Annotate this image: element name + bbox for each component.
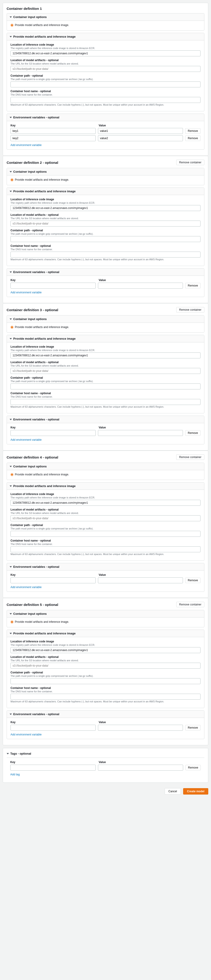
remove-env-var-button-2-0[interactable]: Remove bbox=[185, 283, 200, 288]
env-val-input-5-0[interactable] bbox=[98, 725, 183, 731]
remove-tag-button-0[interactable]: Remove bbox=[185, 765, 201, 770]
input-options-header-2[interactable]: Container input options bbox=[7, 168, 204, 175]
tag-row-0: Remove bbox=[10, 765, 201, 771]
create-model-button[interactable]: Create model bbox=[183, 788, 208, 795]
input-options-header-3[interactable]: Container input options bbox=[7, 315, 204, 323]
env-key-col-label-3: Key bbox=[11, 426, 96, 429]
tags-expand-icon bbox=[6, 753, 9, 754]
container-path-input-1[interactable] bbox=[11, 81, 200, 88]
artifacts-subsection-header-5[interactable]: Provide model artifacts and inference im… bbox=[7, 630, 204, 637]
inference-image-input-4[interactable] bbox=[11, 500, 200, 506]
artifacts-subsection-header-3[interactable]: Provide model artifacts and inference im… bbox=[7, 335, 204, 342]
remove-container-button-3[interactable]: Remove container bbox=[176, 307, 205, 312]
env-vars-header-1[interactable]: Environment variables - optional bbox=[7, 114, 204, 121]
container-path-input-4[interactable] bbox=[11, 531, 200, 537]
radio-provide-artifacts-1[interactable] bbox=[11, 24, 13, 27]
radio-provide-artifacts-2[interactable] bbox=[11, 178, 13, 181]
env-val-input-1-1[interactable] bbox=[98, 135, 183, 141]
env-vars-body-2: Key Value Remove Add environment variabl… bbox=[7, 275, 204, 297]
add-env-var-link-5[interactable]: Add environment variable bbox=[11, 733, 42, 736]
container-title-3: Container definition 3 - optional bbox=[6, 308, 58, 312]
env-vars-header-4[interactable]: Environment variables - optional bbox=[7, 563, 204, 570]
env-key-input-1-1[interactable] bbox=[11, 135, 96, 141]
remove-env-var-button-5-0[interactable]: Remove bbox=[185, 725, 200, 730]
env-vars-section-4: Environment variables - optional Key Val… bbox=[6, 563, 205, 592]
input-options-section-1: Container input options Provide model ar… bbox=[6, 13, 205, 30]
remove-container-button-4[interactable]: Remove container bbox=[176, 454, 205, 460]
remove-env-var-button-1-1[interactable]: Remove bbox=[185, 135, 200, 141]
container-path-input-2[interactable] bbox=[11, 236, 200, 242]
input-options-section-5: Container input options Provide model ar… bbox=[6, 610, 205, 627]
add-env-var-link-1[interactable]: Add environment variable bbox=[11, 143, 42, 147]
artifacts-subsection-header-2[interactable]: Provide model artifacts and inference im… bbox=[7, 188, 204, 195]
container-header-4: Container definition 4 - optional Remove… bbox=[6, 454, 205, 460]
radio-provide-artifacts-3[interactable] bbox=[11, 326, 13, 329]
container-path-hint-1: The path must point to a single gzip com… bbox=[11, 78, 200, 81]
container-path-input-3[interactable] bbox=[11, 383, 200, 390]
artifacts-subsection-body-1: Location of inference code image The reg… bbox=[7, 40, 204, 111]
remove-container-button-5[interactable]: Remove container bbox=[176, 602, 205, 607]
env-key-input-5-0[interactable] bbox=[11, 725, 96, 731]
tag-key-input-0[interactable] bbox=[10, 765, 96, 771]
env-vars-header-2[interactable]: Environment variables - optional bbox=[7, 269, 204, 275]
inference-image-input-1[interactable] bbox=[11, 51, 200, 56]
host-name-hint-5: The DNS host name for the container. bbox=[11, 690, 200, 693]
artifacts-subsection-header-4[interactable]: Provide model artifacts and inference im… bbox=[7, 482, 204, 490]
input-options-header-1[interactable]: Container input options bbox=[7, 13, 204, 21]
model-artifacts-input-3[interactable] bbox=[11, 368, 200, 374]
radio-option-4: Provide model artifacts and inference im… bbox=[11, 473, 200, 476]
cancel-button[interactable]: Cancel bbox=[165, 788, 181, 795]
artifacts-subsection-header-1[interactable]: Provide model artifacts and inference im… bbox=[7, 33, 204, 40]
radio-provide-artifacts-5[interactable] bbox=[11, 620, 13, 624]
input-options-header-5[interactable]: Container input options bbox=[7, 610, 204, 617]
tags-section: Tags - optional Key Value Remove Add tag bbox=[3, 748, 208, 783]
host-name-input-3[interactable] bbox=[11, 399, 200, 405]
inference-image-input-5[interactable] bbox=[11, 647, 200, 653]
container-definition-2: Container definition 2 - optional Remove… bbox=[3, 156, 208, 303]
remove-env-var-button-4-0[interactable]: Remove bbox=[185, 578, 200, 583]
model-artifacts-input-2[interactable] bbox=[11, 221, 200, 226]
model-artifacts-input-4[interactable] bbox=[11, 515, 200, 521]
model-artifacts-field-1: Location of model artifacts - optional T… bbox=[11, 59, 200, 72]
remove-env-var-button-1-0[interactable]: Remove bbox=[185, 128, 200, 134]
env-vars-section-3: Environment variables - optional Key Val… bbox=[6, 416, 205, 444]
env-val-input-1-0[interactable] bbox=[98, 128, 183, 134]
remove-env-var-button-3-0[interactable]: Remove bbox=[185, 430, 200, 436]
model-artifacts-input-1[interactable] bbox=[11, 66, 200, 72]
add-tag-link[interactable]: Add tag bbox=[10, 773, 20, 776]
remove-container-button-2[interactable]: Remove container bbox=[176, 160, 205, 165]
host-name-input-1[interactable] bbox=[11, 97, 200, 103]
env-key-col-label-2: Key bbox=[11, 278, 96, 282]
add-env-var-link-4[interactable]: Add environment variable bbox=[11, 585, 42, 589]
container-path-input-5[interactable] bbox=[11, 678, 200, 684]
inference-image-input-2[interactable] bbox=[11, 205, 200, 211]
inference-image-input-3[interactable] bbox=[11, 352, 200, 358]
env-key-input-4-0[interactable] bbox=[11, 578, 96, 583]
model-artifacts-label-1: Location of model artifacts - optional bbox=[11, 59, 200, 62]
model-artifacts-input-5[interactable] bbox=[11, 663, 200, 669]
env-vars-header-5[interactable]: Environment variables - optional bbox=[7, 711, 204, 718]
env-val-input-2-0[interactable] bbox=[98, 283, 183, 289]
radio-provide-artifacts-4[interactable] bbox=[11, 473, 13, 476]
host-name-label-1: Container host name - optional bbox=[11, 90, 200, 93]
host-name-input-5[interactable] bbox=[11, 694, 200, 700]
env-key-input-3-0[interactable] bbox=[11, 430, 96, 436]
env-key-input-2-0[interactable] bbox=[11, 283, 96, 289]
inference-image-label-1: Location of inference code image bbox=[11, 43, 200, 46]
tag-val-input-0[interactable] bbox=[98, 765, 183, 771]
input-options-title-5: Container input options bbox=[13, 612, 47, 616]
env-val-input-3-0[interactable] bbox=[98, 430, 183, 436]
host-name-field-5: Container host name - optional The DNS h… bbox=[11, 686, 200, 703]
env-key-input-1-0[interactable] bbox=[11, 128, 96, 134]
host-name-input-2[interactable] bbox=[11, 251, 200, 258]
add-env-var-link-2[interactable]: Add environment variable bbox=[11, 291, 42, 294]
host-name-input-4[interactable] bbox=[11, 546, 200, 552]
container-path-hint-4: The path must point to a single gzip com… bbox=[11, 527, 200, 530]
env-val-input-4-0[interactable] bbox=[98, 578, 183, 583]
add-env-var-link-3[interactable]: Add environment variable bbox=[11, 438, 42, 441]
host-name-field-1: Container host name - optional The DNS h… bbox=[11, 90, 200, 106]
env-vars-header-3[interactable]: Environment variables - optional bbox=[7, 416, 204, 423]
artifacts-subsection-3: Provide model artifacts and inference im… bbox=[6, 335, 205, 414]
env-key-col-label-1: Key bbox=[11, 124, 96, 127]
input-options-header-4[interactable]: Container input options bbox=[7, 463, 204, 470]
